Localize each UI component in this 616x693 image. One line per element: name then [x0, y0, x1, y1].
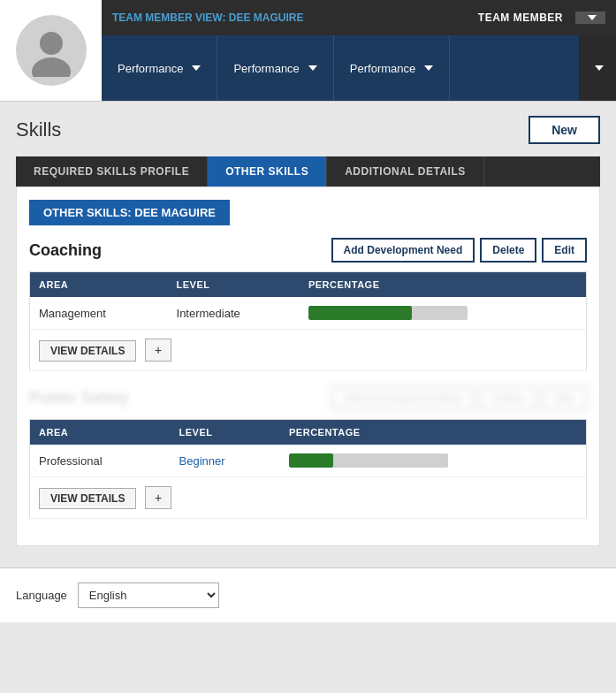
team-member-dropdown-button[interactable]	[575, 11, 605, 24]
skills-header: Skills New	[16, 116, 600, 144]
nav-item-label-2: Performance	[233, 62, 299, 75]
svg-point-1	[32, 57, 71, 77]
professional-section: AREA LEVEL PERCENTAGE Professional Begin…	[29, 419, 587, 519]
view-details-button-coaching[interactable]: VIEW DETAILS	[39, 340, 136, 362]
add-dev-need-btn-blurred: Add Development Need	[331, 385, 475, 410]
tab-additional-details[interactable]: ADDITIONAL DETAILS	[327, 156, 484, 187]
view-details-row-2: VIEW DETAILS +	[30, 477, 587, 519]
tab-required-skills-profile[interactable]: REQUIRED SKILLS PROFILE	[16, 156, 208, 187]
nav-item-performance-3[interactable]: Performance	[334, 35, 450, 101]
add-row-button-coaching[interactable]: +	[145, 339, 171, 362]
nav-item-label-3: Performance	[350, 62, 415, 75]
view-details-cell: VIEW DETAILS +	[30, 330, 587, 371]
col-level-2: LEVEL	[171, 420, 280, 446]
team-member-label: TEAM MEMBER	[466, 11, 575, 24]
team-member-right: TEAM MEMBER	[466, 11, 605, 24]
skills-panel: OTHER SKILLS: DEE MAGUIRE Coaching Add D…	[16, 187, 600, 546]
view-details-button-professional[interactable]: VIEW DETAILS	[39, 488, 136, 509]
col-area: AREA	[30, 272, 168, 298]
percentage-bar	[308, 306, 412, 320]
row-percentage-professional	[280, 445, 586, 477]
row-level: Intermediate	[168, 297, 300, 330]
nav-item-performance-1[interactable]: Performance	[102, 35, 217, 101]
svg-point-0	[40, 32, 63, 55]
coaching-table: AREA LEVEL PERCENTAGE Management Interme…	[29, 271, 587, 371]
public-safety-section-header-blurred: Public Safety Add Development Need Delet…	[29, 385, 587, 410]
edit-button-coaching[interactable]: Edit	[542, 238, 587, 263]
other-skills-badge: OTHER SKILLS: DEE MAGUIRE	[29, 200, 230, 225]
nav-more-dropdown-button[interactable]	[579, 35, 616, 101]
nav-bar: Performance Performance Performance	[102, 35, 616, 101]
delete-button-coaching[interactable]: Delete	[480, 238, 536, 263]
chevron-down-icon	[308, 65, 317, 71]
table-header-row: AREA LEVEL PERCENTAGE	[30, 272, 587, 298]
user-info-bar: TEAM MEMBER VIEW: DEE MAGUIRE TEAM MEMBE…	[102, 0, 616, 35]
row-area: Management	[30, 297, 168, 330]
col-percentage-2: PERCENTAGE	[280, 420, 586, 446]
chevron-down-icon	[595, 65, 604, 71]
professional-table: AREA LEVEL PERCENTAGE Professional Begin…	[29, 419, 587, 519]
nav-item-label-1: Performance	[118, 62, 183, 75]
coaching-actions: Add Development Need Delete Edit	[331, 238, 587, 263]
percentage-bar-2	[289, 453, 333, 468]
team-member-view-label: TEAM MEMBER VIEW:	[112, 11, 225, 24]
col-area-2: AREA	[30, 420, 171, 446]
person-icon	[25, 24, 78, 77]
right-section: TEAM MEMBER VIEW: DEE MAGUIRE TEAM MEMBE…	[102, 0, 616, 101]
coaching-section: Coaching Add Development Need Delete Edi…	[29, 238, 587, 371]
view-details-row: VIEW DETAILS +	[30, 330, 587, 371]
delete-btn-blurred: Delete	[480, 385, 536, 410]
avatar-section	[0, 0, 102, 101]
view-details-cell-2: VIEW DETAILS +	[30, 477, 587, 519]
top-bar: TEAM MEMBER VIEW: DEE MAGUIRE TEAM MEMBE…	[0, 0, 616, 102]
tab-other-skills[interactable]: OTHER SKILLS	[208, 156, 327, 187]
page-title: Skills	[16, 118, 61, 141]
percentage-bar-container	[308, 306, 468, 320]
user-name: DEE MAGUIRE	[229, 11, 304, 24]
row-area-professional: Professional	[30, 445, 171, 477]
row-percentage	[300, 297, 587, 330]
table-row: Management Intermediate	[30, 297, 587, 330]
avatar	[16, 15, 87, 86]
table-row-professional: Professional Beginner	[30, 445, 587, 477]
chevron-down-icon	[192, 65, 201, 71]
public-safety-title-blurred: Public Safety	[29, 389, 129, 407]
add-row-button-professional[interactable]: +	[145, 486, 171, 509]
public-safety-actions-blurred: Add Development Need Delete Edit	[331, 385, 587, 410]
footer: Language English French Spanish German	[0, 567, 616, 622]
nav-item-performance-2[interactable]: Performance	[217, 35, 333, 101]
add-development-need-button[interactable]: Add Development Need	[331, 238, 475, 263]
main-content: Skills New REQUIRED SKILLS PROFILE OTHER…	[0, 102, 616, 560]
edit-btn-blurred: Edit	[542, 385, 587, 410]
team-member-view: TEAM MEMBER VIEW: DEE MAGUIRE	[112, 11, 303, 24]
language-select[interactable]: English French Spanish German	[78, 583, 219, 608]
public-safety-section-blurred: Public Safety Add Development Need Delet…	[29, 385, 587, 410]
tabs-container: REQUIRED SKILLS PROFILE OTHER SKILLS ADD…	[16, 156, 600, 187]
table-header-row-2: AREA LEVEL PERCENTAGE	[30, 420, 587, 446]
coaching-title: Coaching	[29, 241, 102, 260]
language-label: Language	[16, 589, 67, 602]
coaching-section-header: Coaching Add Development Need Delete Edi…	[29, 238, 587, 263]
chevron-down-icon	[588, 15, 597, 20]
col-percentage: PERCENTAGE	[300, 272, 587, 298]
percentage-bar-container-2	[289, 453, 448, 468]
new-button[interactable]: New	[529, 116, 600, 144]
col-level: LEVEL	[168, 272, 300, 298]
row-level-professional: Beginner	[171, 445, 280, 477]
chevron-down-icon	[424, 65, 433, 71]
